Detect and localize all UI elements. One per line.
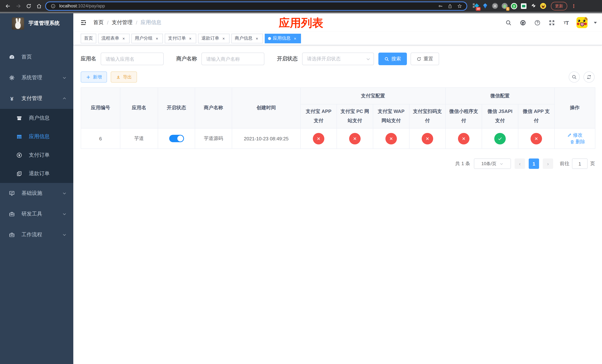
close-icon[interactable]: × bbox=[188, 36, 193, 41]
sidebar-item-label: 支付订单 bbox=[29, 152, 50, 159]
col-app-name: 应用名 bbox=[120, 87, 158, 128]
close-icon[interactable]: × bbox=[221, 36, 226, 41]
cell-alipay-qr bbox=[409, 128, 446, 149]
enabled-switch[interactable] bbox=[169, 135, 184, 142]
extensions-puzzle-icon[interactable] bbox=[530, 3, 537, 9]
browser-menu-icon[interactable]: ⋮ bbox=[571, 3, 576, 9]
edit-link[interactable]: 修改 bbox=[567, 132, 582, 138]
delete-link[interactable]: 删除 bbox=[570, 139, 585, 145]
breadcrumb-home[interactable]: 首页 bbox=[93, 19, 104, 26]
share-icon[interactable] bbox=[447, 3, 453, 9]
avatar-caret-icon[interactable] bbox=[594, 22, 597, 23]
sidebar-item-workflow[interactable]: 工作流程 bbox=[0, 225, 73, 245]
goto-label: 前往 bbox=[560, 160, 570, 167]
navbar-tools: TT bbox=[504, 17, 597, 28]
browser-reload-icon[interactable] bbox=[24, 2, 32, 10]
sidebar-item-dev-tools[interactable]: 研发工具 bbox=[0, 204, 73, 225]
col-wx-app: 微信 APP 支付 bbox=[518, 104, 554, 128]
sidebar-item-refund-orders[interactable]: 退款订单 bbox=[0, 164, 73, 183]
close-icon[interactable]: × bbox=[292, 36, 298, 41]
close-icon[interactable]: × bbox=[254, 36, 259, 41]
page-size-select[interactable]: 10条/页 bbox=[474, 159, 511, 169]
app-logo-rabbit bbox=[12, 17, 24, 30]
cell-actions: 修改删除 bbox=[554, 128, 595, 149]
extension-badge: 10 bbox=[476, 7, 481, 11]
sidebar-item-system[interactable]: 系统管理 bbox=[0, 67, 73, 88]
merchant-name-input[interactable] bbox=[201, 53, 264, 65]
address-bar[interactable]: localhost:1024/pay/app bbox=[45, 1, 467, 11]
search-button[interactable]: 搜索 bbox=[378, 53, 407, 65]
next-page-button[interactable]: › bbox=[543, 159, 553, 169]
browser-back-icon[interactable] bbox=[4, 2, 12, 10]
help-icon[interactable] bbox=[533, 19, 541, 27]
toggle-search-button[interactable] bbox=[569, 72, 580, 83]
tab-app-info[interactable]: 应用信息× bbox=[265, 33, 301, 43]
browser-forward-icon[interactable] bbox=[14, 2, 22, 10]
password-key-icon[interactable] bbox=[437, 3, 443, 9]
page-title: 应用列表 bbox=[279, 16, 323, 31]
tab-home[interactable]: 首页 bbox=[81, 33, 96, 43]
extension-chat-icon[interactable] bbox=[521, 3, 527, 9]
tab-process-form[interactable]: 流程表单× bbox=[98, 33, 129, 43]
sidebar-item-infrastructure[interactable]: 基础设施 bbox=[0, 183, 73, 204]
browser-home-icon[interactable] bbox=[35, 2, 43, 10]
extension-profile-icon[interactable]: 1 bbox=[501, 3, 508, 9]
header-search-icon[interactable] bbox=[504, 19, 512, 27]
tab-payment-orders[interactable]: 支付订单× bbox=[165, 33, 196, 43]
github-icon[interactable] bbox=[519, 19, 527, 27]
app-name-input[interactable] bbox=[101, 53, 164, 65]
tab-merchant-info[interactable]: 商户信息× bbox=[231, 33, 263, 43]
sidebar-menu: 首页 系统管理 ¥ 支付管理 商户信息 bbox=[0, 47, 73, 245]
prev-page-button[interactable]: ‹ bbox=[515, 159, 525, 169]
extension-gem-icon[interactable] bbox=[482, 3, 488, 9]
extension-emoji-icon[interactable] bbox=[540, 3, 546, 9]
sidebar-item-home[interactable]: 首页 bbox=[0, 47, 73, 67]
url-text[interactable]: localhost:1024/pay/app bbox=[59, 3, 434, 9]
fullscreen-icon[interactable] bbox=[548, 19, 556, 27]
toolbox-icon bbox=[9, 232, 15, 238]
user-avatar[interactable] bbox=[576, 17, 588, 28]
refresh-table-button[interactable] bbox=[583, 72, 595, 83]
pagination-total: 共 1 条 bbox=[455, 160, 470, 167]
site-info-icon[interactable] bbox=[50, 3, 56, 9]
chevron-down-icon bbox=[62, 212, 67, 216]
breadcrumb-payment[interactable]: 支付管理 bbox=[112, 19, 133, 26]
sidebar-item-payment[interactable]: ¥ 支付管理 bbox=[0, 88, 73, 109]
app-logo-row[interactable]: 芋道管理系统 bbox=[0, 13, 73, 33]
status-select[interactable]: 请选择开启状态 bbox=[302, 53, 374, 65]
export-button[interactable]: 导出 bbox=[111, 72, 137, 83]
chevron-down-icon bbox=[62, 233, 67, 237]
add-button[interactable]: 新增 bbox=[81, 72, 107, 83]
extension-command-icon[interactable] bbox=[492, 3, 498, 9]
sidebar: 芋道管理系统 首页 系统管理 ¥ 支付管理 bbox=[0, 13, 73, 364]
goto-page-input[interactable] bbox=[572, 159, 588, 169]
tab-refund-orders[interactable]: 退款订单× bbox=[198, 33, 230, 43]
col-alipay-pc: 支付宝 PC 网站支付 bbox=[337, 104, 373, 128]
cell-wx-mini bbox=[446, 128, 482, 149]
breadcrumb-separator: / bbox=[136, 20, 137, 26]
extension-y-circle-icon[interactable]: y bbox=[511, 3, 517, 9]
browser-update-button[interactable]: 更新 bbox=[551, 2, 567, 10]
sidebar-item-merchant-info[interactable]: 商户信息 bbox=[0, 109, 73, 127]
col-alipay-wap: 支付宝 WAP 网站支付 bbox=[373, 104, 409, 128]
close-icon[interactable]: × bbox=[121, 36, 126, 41]
tab-user-group[interactable]: 用户分组× bbox=[131, 33, 163, 43]
sidebar-item-label: 研发工具 bbox=[22, 211, 42, 217]
reset-button[interactable]: 重置 bbox=[411, 53, 439, 65]
toolbox-icon bbox=[9, 211, 15, 217]
sidebar-item-payment-orders[interactable]: 支付订单 bbox=[0, 146, 73, 164]
extensions-tray: 10 1 y 更新 ⋮ bbox=[473, 2, 576, 10]
sidebar-item-app-info[interactable]: 应用信息 bbox=[0, 127, 73, 146]
window-edge bbox=[0, 12, 602, 13]
bookmark-star-icon[interactable] bbox=[456, 3, 463, 9]
sidebar-fold-icon[interactable] bbox=[79, 19, 87, 27]
font-size-icon[interactable]: TT bbox=[562, 19, 570, 27]
refresh-icon bbox=[417, 56, 421, 61]
search-icon bbox=[572, 75, 577, 80]
close-icon[interactable]: × bbox=[154, 36, 160, 41]
sidebar-item-label: 系统管理 bbox=[22, 75, 42, 81]
page-number-1[interactable]: 1 bbox=[529, 159, 539, 169]
monitor-chart-icon bbox=[9, 190, 15, 196]
plus-icon bbox=[86, 75, 91, 79]
extension-blue-diamond-icon[interactable]: 10 bbox=[473, 3, 479, 9]
